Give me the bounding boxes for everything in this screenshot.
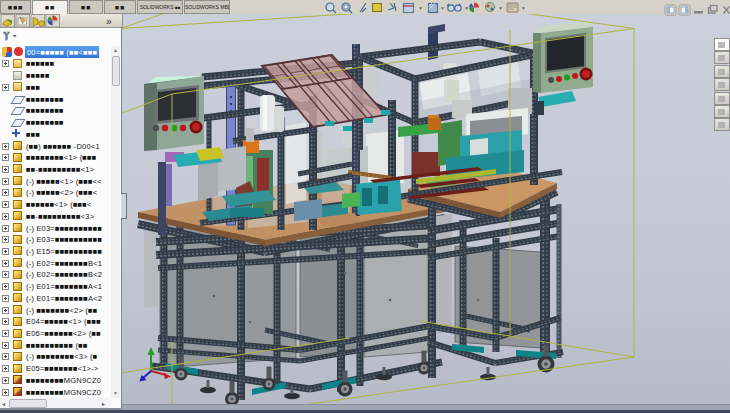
svg-text:▼: ▼ — [418, 5, 423, 11]
svg-text:▼: ▼ — [521, 5, 526, 11]
svg-text:▼: ▼ — [440, 5, 445, 11]
svg-text:»: » — [106, 16, 112, 27]
svg-text:▼: ▼ — [498, 5, 503, 11]
svg-text:▼: ▼ — [464, 5, 469, 11]
